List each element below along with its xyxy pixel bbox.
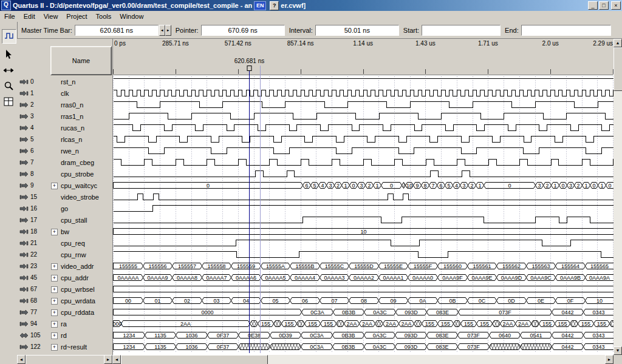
out-pin-icon — [19, 148, 29, 155]
signal-index: 67 — [30, 286, 37, 292]
selection-tool-button[interactable] — [2, 49, 15, 62]
name-scroll-left-button[interactable]: ◄ — [17, 355, 26, 364]
magnifier-icon — [2, 80, 15, 92]
interval-tool-button[interactable] — [2, 64, 15, 78]
name-scroll-thumb[interactable] — [26, 355, 105, 364]
signal-index: 1 — [30, 90, 34, 96]
svg-text:0F37: 0F37 — [217, 332, 230, 339]
svg-text:2: 2 — [367, 183, 371, 189]
expand-button[interactable]: + — [51, 344, 58, 351]
signal-row-cpu_wrbsel[interactable]: 67+cpu_wrbsel — [17, 284, 112, 295]
signal-row-cpu_strobe[interactable]: 8cpu_strobe — [17, 169, 112, 180]
wave-scroll-right-button[interactable]: ► — [605, 355, 613, 364]
svg-text:0: 0 — [390, 183, 393, 189]
signal-row-rucas_n[interactable]: 4rucas_n — [17, 123, 112, 134]
signal-row-rd~result[interactable]: 122+rd~result — [17, 342, 112, 353]
signal-name: cpu_wrdata — [61, 297, 95, 305]
svg-text:0AAAA8: 0AAAA8 — [177, 275, 197, 281]
signal-row-cpu_req[interactable]: 21cpu_req — [17, 238, 112, 249]
signal-row-cpu_addr[interactable]: 45+cpu_addr — [17, 272, 112, 284]
zoom-tool-button[interactable] — [2, 80, 15, 93]
waveform-scrollbar[interactable]: ◄ ► — [112, 355, 613, 364]
menu-item-view[interactable]: View — [39, 12, 63, 21]
start-field[interactable] — [422, 25, 501, 36]
scroll-down-button[interactable]: ▼ — [613, 346, 622, 355]
waveform-canvas[interactable]: 0654321032101098765432103210321010101555… — [113, 39, 614, 355]
signal-row-bw[interactable]: 18+bw — [17, 226, 112, 238]
menu-item-edit[interactable]: Edit — [19, 12, 39, 21]
signal-row-ra[interactable]: 94+ra — [17, 318, 112, 330]
interval-value: 50.01 ns — [344, 27, 370, 34]
svg-text:0E: 0E — [538, 298, 544, 304]
name-scroll-right-button[interactable]: ► — [104, 355, 112, 364]
svg-text:0A3C: 0A3C — [373, 309, 387, 315]
expand-button[interactable]: + — [51, 229, 58, 235]
svg-text:155557: 155557 — [178, 263, 196, 269]
menu-item-tools[interactable]: Tools — [92, 12, 116, 21]
expand-button[interactable]: + — [51, 275, 58, 281]
signal-name: cpu_wrbsel — [61, 286, 95, 293]
signal-row-dram_cbeg[interactable]: 7dram_cbeg — [17, 157, 112, 169]
signal-name: rlcas_n — [61, 136, 82, 143]
expand-button[interactable]: + — [51, 309, 58, 316]
svg-text:15555E: 15555E — [384, 263, 403, 269]
waveform-edit-icon — [3, 30, 15, 42]
vertical-scrollbar[interactable]: ▲ ▼ — [613, 39, 622, 355]
waveform-edit-button[interactable] — [2, 29, 16, 44]
svg-text:155: 155 — [425, 321, 434, 327]
signal-row-rwe_n[interactable]: 6rwe_n — [17, 146, 112, 157]
language-indicator[interactable]: EN — [254, 1, 266, 10]
minimize-button[interactable]: _ — [588, 1, 598, 10]
maximize-button[interactable]: □ — [599, 1, 609, 10]
vertical-scroll-thumb[interactable] — [613, 47, 622, 91]
svg-text:1.43 us: 1.43 us — [415, 40, 436, 47]
menu-item-file[interactable]: File — [0, 12, 19, 21]
signal-index: 23 — [30, 263, 37, 269]
menu-item-project[interactable]: Project — [62, 12, 91, 21]
master-time-bar-field[interactable]: 620.681 ns — [75, 25, 159, 36]
signal-row-video_addr[interactable]: 23+video_addr — [17, 261, 112, 272]
svg-text:0343: 0343 — [592, 332, 604, 339]
signal-row-video_strobe[interactable]: 15video_strobe — [17, 192, 112, 203]
svg-text:0: 0 — [508, 183, 511, 189]
expand-button[interactable]: + — [51, 286, 58, 293]
full-view-tool-button[interactable] — [2, 96, 15, 109]
wave-scroll-left-button[interactable]: ◄ — [112, 355, 121, 364]
svg-text:0D: 0D — [508, 298, 515, 304]
pointer-value: 670.69 ns — [228, 27, 258, 34]
signal-row-rlcas_n[interactable]: 5rlcas_n — [17, 134, 112, 146]
signal-name: rst_n — [61, 78, 75, 86]
signal-row-rd[interactable]: 105+rd — [17, 330, 112, 342]
expand-button[interactable]: + — [51, 183, 58, 189]
wave-scroll-thumb[interactable] — [121, 355, 268, 364]
signal-row-cpu_rnw[interactable]: 22cpu_rnw — [17, 249, 112, 261]
svg-text:0AAAA4: 0AAAA4 — [295, 275, 315, 281]
spin-right-button[interactable]: ► — [165, 25, 171, 36]
signal-row-rras0_n[interactable]: 2rras0_n — [17, 99, 112, 111]
signal-row-rras1_n[interactable]: 3rras1_n — [17, 111, 112, 123]
signal-row-rst_n[interactable]: 0rst_n — [17, 76, 112, 88]
svg-text:0C3A: 0C3A — [310, 309, 324, 315]
scroll-up-button[interactable]: ▲ — [613, 39, 622, 47]
end-field[interactable] — [521, 25, 611, 36]
svg-text:0D39: 0D39 — [279, 332, 292, 339]
signal-name: rd~result — [61, 343, 87, 351]
signal-row-cpu_waitcyc[interactable]: 9+cpu_waitcyc — [17, 180, 112, 192]
pointer-label: Pointer: — [176, 27, 199, 34]
help-icon[interactable]: ? — [270, 1, 279, 10]
svg-text:7: 7 — [431, 183, 434, 189]
expand-button[interactable]: + — [51, 332, 58, 339]
signal-row-cpu_wrdata[interactable]: 68+cpu_wrdata — [17, 295, 112, 307]
name-panel-scrollbar[interactable]: ◄ ► — [17, 355, 112, 364]
signal-row-clk[interactable]: 1clk — [17, 88, 112, 99]
expand-button[interactable]: + — [51, 263, 58, 270]
expand-button[interactable]: + — [51, 298, 58, 305]
signal-row-cpu_rddata[interactable]: 77+cpu_rddata — [17, 307, 112, 318]
app-icon[interactable]: Q — [1, 1, 11, 10]
expand-button[interactable]: + — [51, 321, 58, 328]
signal-row-go[interactable]: 16go — [17, 203, 112, 215]
signal-row-cpu_stall[interactable]: 17cpu_stall — [17, 215, 112, 226]
menu-item-window[interactable]: Window — [115, 12, 148, 21]
close-button[interactable]: × — [611, 1, 621, 10]
spin-left-button[interactable]: ◄ — [159, 25, 165, 36]
